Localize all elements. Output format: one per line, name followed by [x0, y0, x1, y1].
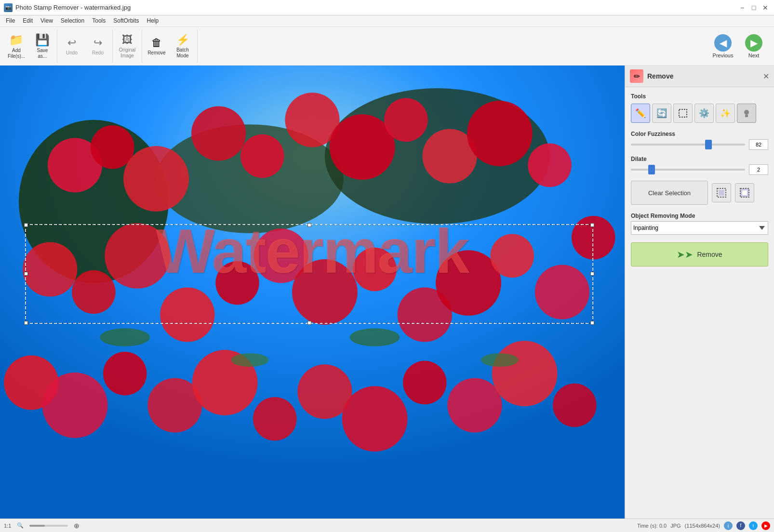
- clear-selection-button[interactable]: Clear Selection: [631, 181, 708, 205]
- select-all-icon: [716, 187, 727, 198]
- svg-point-40: [100, 328, 150, 346]
- original-image-icon: 🖼: [122, 34, 133, 46]
- next-label: Next: [748, 53, 760, 58]
- app-icon: 📷: [4, 3, 13, 12]
- svg-point-15: [23, 242, 77, 296]
- stamp-icon: [742, 108, 751, 118]
- select-all-button[interactable]: [712, 183, 731, 202]
- title-bar: 📷 Photo Stamp Remover - watermarked.jpg …: [0, 0, 774, 15]
- add-files-label: AddFile(s)...: [8, 48, 25, 59]
- object-removing-mode-label: Object Removing Mode: [631, 213, 768, 219]
- invert-selection-button[interactable]: [735, 183, 754, 202]
- original-image-button[interactable]: 🖼 OriginalImage: [115, 31, 140, 62]
- dimensions-label: (1154x864x24): [685, 523, 720, 529]
- svg-point-39: [553, 384, 597, 427]
- twitter-button[interactable]: t: [749, 521, 758, 530]
- menu-edit[interactable]: Edit: [19, 16, 37, 26]
- facebook-button[interactable]: f: [736, 521, 745, 530]
- minimize-button[interactable]: −: [737, 3, 747, 13]
- youtube-button[interactable]: ▶: [761, 521, 770, 530]
- toolbox-panel: ✏ Remove ✕ Tools ✏️ 🔄 ⚙️ ✨: [625, 66, 774, 519]
- color-fuzziness-thumb[interactable]: [705, 140, 712, 149]
- window-title: Photo Stamp Remover - watermarked.jpg: [15, 4, 131, 11]
- svg-rect-44: [679, 109, 687, 117]
- toolbox-close-button[interactable]: ✕: [763, 72, 769, 81]
- svg-point-16: [72, 270, 116, 314]
- menu-file[interactable]: File: [2, 16, 19, 26]
- svg-point-45: [744, 110, 749, 115]
- batch-mode-icon: ⚡: [176, 34, 189, 46]
- canvas-area[interactable]: Watermark: [0, 66, 625, 519]
- svg-rect-46: [745, 115, 748, 117]
- remove-button[interactable]: 🗑 Remove: [144, 31, 169, 62]
- rect-select-tool-button[interactable]: [673, 104, 693, 123]
- magic-wand-button[interactable]: ✨: [716, 104, 735, 123]
- add-files-button[interactable]: 📁 AddFile(s)...: [4, 31, 29, 62]
- format-label: JPG: [670, 523, 681, 529]
- time-label: Time (s): 0.0: [637, 523, 667, 529]
- svg-point-41: [231, 353, 269, 367]
- undo-label: Undo: [66, 50, 78, 56]
- maximize-button[interactable]: □: [749, 3, 759, 13]
- svg-point-33: [253, 397, 297, 441]
- object-removing-mode-select[interactable]: Inpainting Content-Aware Fill Resynthesi…: [631, 221, 768, 235]
- svg-point-27: [572, 216, 615, 260]
- svg-point-19: [215, 261, 259, 305]
- save-as-button[interactable]: 💾 Saveas...: [30, 31, 55, 62]
- color-fuzziness-label: Color Fuzziness: [631, 131, 768, 137]
- menu-softorbits[interactable]: SoftOrbits: [109, 16, 143, 26]
- svg-rect-50: [742, 190, 747, 195]
- menu-tools[interactable]: Tools: [88, 16, 109, 26]
- main-content: Watermark ✏ Remove ✕ Tools ✏️ 🔄 ⚙️ ✨: [0, 66, 774, 519]
- redo-button[interactable]: ↪ Redo: [85, 31, 110, 62]
- color-fuzziness-track[interactable]: [631, 144, 745, 146]
- next-button[interactable]: ▶ Next: [739, 29, 768, 63]
- svg-point-30: [103, 352, 147, 396]
- svg-point-22: [353, 248, 397, 292]
- svg-point-8: [240, 134, 284, 178]
- magic-wand-erase-button[interactable]: ⚙️: [694, 104, 714, 123]
- invert-selection-icon: [739, 187, 750, 198]
- toolbox-header: ✏ Remove ✕: [625, 66, 774, 87]
- remove-action-button[interactable]: ➤➤ Remove: [631, 242, 768, 266]
- selection-actions-row: Clear Selection: [631, 181, 768, 205]
- previous-button[interactable]: ◀ Previous: [708, 29, 737, 63]
- svg-point-13: [467, 101, 533, 166]
- remove-action-icon: ➤➤: [677, 249, 693, 260]
- dilate-value[interactable]: 2: [749, 164, 768, 175]
- remove-action-label: Remove: [697, 251, 722, 258]
- dilate-thumb[interactable]: [648, 165, 655, 174]
- redo-icon: ↪: [93, 37, 102, 49]
- edit-tools-group: ↩ Undo ↪ Redo: [57, 29, 113, 63]
- eraser-tool-button[interactable]: 🔄: [652, 104, 671, 123]
- menu-view[interactable]: View: [37, 16, 57, 26]
- view-tools-group: 🖼 OriginalImage: [113, 29, 142, 63]
- svg-point-21: [292, 259, 358, 325]
- svg-point-5: [91, 125, 134, 169]
- menu-bar: File Edit View Selection Tools SoftOrbit…: [0, 15, 774, 27]
- batch-mode-button[interactable]: ⚡ BatchMode: [170, 31, 195, 62]
- redo-label: Redo: [92, 50, 104, 56]
- zoom-slider[interactable]: [29, 525, 68, 527]
- zoom-expand-icon: ⊕: [74, 522, 80, 530]
- menu-selection[interactable]: Selection: [57, 16, 88, 26]
- close-button[interactable]: ✕: [761, 3, 770, 13]
- color-fuzziness-value[interactable]: 82: [749, 139, 768, 150]
- tools-row: ✏️ 🔄 ⚙️ ✨: [631, 104, 768, 123]
- color-fuzziness-slider-container: 82: [631, 139, 768, 150]
- svg-point-35: [342, 386, 408, 452]
- stamp-tool-button[interactable]: [737, 104, 756, 123]
- undo-button[interactable]: ↩ Undo: [59, 31, 84, 62]
- svg-point-14: [528, 144, 572, 187]
- menu-help[interactable]: Help: [143, 16, 163, 26]
- dilate-track[interactable]: [631, 169, 745, 171]
- svg-point-38: [492, 341, 558, 406]
- remove-toolbar-icon: 🗑: [151, 37, 162, 49]
- svg-point-25: [490, 234, 534, 278]
- info-button[interactable]: i: [724, 521, 733, 530]
- toolbar: 📁 AddFile(s)... 💾 Saveas... ↩ Undo ↪ Red…: [0, 27, 774, 66]
- previous-icon: ◀: [714, 34, 732, 52]
- undo-icon: ↩: [67, 37, 76, 49]
- pencil-tool-button[interactable]: ✏️: [631, 104, 650, 123]
- svg-point-17: [105, 223, 170, 289]
